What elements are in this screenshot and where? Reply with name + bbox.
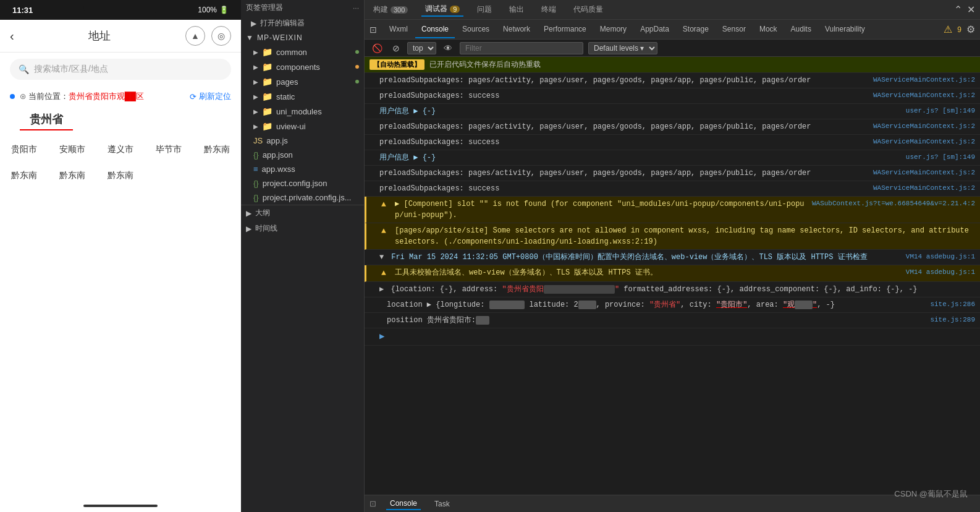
folder-uview-ui[interactable]: ▶ 📁 uview-ui (241, 119, 364, 134)
timeline-section[interactable]: ▶ 时间线 (241, 221, 364, 236)
back-button[interactable]: ‹ (10, 29, 14, 43)
battery-text: 100% (198, 6, 217, 14)
row-source[interactable]: WASubContext.js?t=we.66854649&v=2.21.4:2 (812, 198, 975, 209)
folder-label: uni_modules (276, 107, 322, 116)
tab-debugger-label: 调试器 (425, 4, 447, 14)
tab-appdata[interactable]: AppData (634, 21, 675, 38)
file-tree-panel: 页签管理器 ··· ▶ 打开的编辑器 ▼ MP-WEIXIN ▶ 📁 commo… (241, 0, 365, 512)
filter-regex-button[interactable]: ⊘ (390, 42, 402, 54)
row-source[interactable]: user.js? [sm]:149 (906, 152, 975, 163)
tab-wxml[interactable]: Wxml (383, 21, 414, 38)
city-item[interactable]: 毕节市 (145, 137, 193, 163)
row-source[interactable]: WAServiceMainContext.js:2 (873, 90, 975, 101)
tab-audits[interactable]: Audits (785, 21, 817, 38)
open-editor-item[interactable]: ▶ 打开的编辑器 (241, 15, 364, 31)
outline-label: 大纲 (255, 208, 270, 218)
city-item[interactable]: 黔东南 (96, 163, 145, 189)
tab-build-label: 构建 (373, 4, 388, 15)
refresh-label: 刷新定位 (199, 91, 231, 102)
tab-sensor[interactable]: Sensor (716, 21, 752, 38)
expand-arrow[interactable]: ▶ (379, 285, 384, 294)
folder-arrow: ▶ (253, 93, 258, 100)
folder-common[interactable]: ▶ 📁 common (241, 45, 364, 59)
folder-pages[interactable]: ▶ 📁 pages (241, 74, 364, 89)
location-icon[interactable]: ◎ (211, 26, 231, 46)
city-item[interactable]: 安顺市 (48, 137, 96, 163)
search-bar[interactable]: 🔍 搜索城市/区县/地点 (10, 59, 231, 80)
city-item[interactable]: 贵阳市 (0, 137, 48, 163)
row-source[interactable]: WAServiceMainContext.js:2 (873, 137, 975, 147)
tab-sources[interactable]: Sources (456, 21, 496, 38)
folder-label: uview-ui (276, 122, 306, 131)
bottom-panel-icon: ⊡ (370, 499, 376, 508)
tab-quality[interactable]: 代码质量 (570, 3, 607, 16)
close-icon[interactable]: ✕ (967, 4, 975, 15)
row-source[interactable]: WAServiceMainContext.js:2 (873, 168, 975, 178)
open-editor-section[interactable]: 页签管理器 ··· (241, 0, 364, 15)
context-select[interactable]: top (407, 42, 436, 54)
city-item[interactable]: 黔东南 (193, 137, 241, 163)
tab-build[interactable]: 构建 300 (370, 3, 412, 16)
eye-icon[interactable]: 👁 (441, 42, 455, 54)
tab-mock[interactable]: Mock (753, 21, 784, 38)
settings-icon[interactable]: ⚙ (966, 23, 975, 35)
row-source[interactable]: WAServiceMainContext.js:2 (873, 183, 975, 194)
tab-console[interactable]: Console (415, 21, 455, 38)
inspect-icon[interactable]: ⊡ (370, 25, 377, 35)
page-title: 地址 (22, 28, 178, 43)
open-editor-icon: ▶ (251, 19, 256, 28)
tab-vulnerability[interactable]: Vulnerability (819, 21, 871, 38)
warning-icon: ⚠ (944, 23, 952, 35)
city-item[interactable]: 遵义市 (96, 137, 145, 163)
tab-issues[interactable]: 问题 (473, 3, 496, 16)
row-content: preloadSubpackages: success (379, 183, 868, 194)
city-value: "贵阳市" (716, 301, 747, 309)
expand-arrow[interactable]: ▶ (379, 330, 384, 343)
file-app-json[interactable]: {} app.json (241, 148, 364, 162)
timeline-label: 时间线 (255, 223, 277, 234)
row-source[interactable]: site.js:289 (930, 315, 975, 325)
folder-icon: 📁 (262, 92, 272, 101)
file-project-config[interactable]: {} project.config.json (241, 176, 364, 190)
tab-storage[interactable]: Storage (677, 21, 715, 38)
folder-label: components (276, 62, 320, 72)
row-source[interactable]: WAServiceMainContext.js:2 (873, 75, 975, 85)
file-app-js[interactable]: JS app.js (241, 134, 364, 148)
folder-static[interactable]: ▶ 📁 static (241, 89, 364, 104)
file-project-private[interactable]: {} project.private.config.js... (241, 190, 364, 205)
tab-performance[interactable]: Performance (538, 21, 593, 38)
city-item[interactable]: 黔东南 (0, 163, 48, 189)
phone-header: ‹ 地址 ▲ ◎ (0, 20, 241, 53)
file-label: project.config.json (263, 179, 327, 188)
city-item[interactable]: 黔东南 (48, 163, 96, 189)
tab-terminal[interactable]: 终端 (538, 3, 560, 16)
file-app-wxss[interactable]: ≡ app.wxss (241, 162, 364, 176)
row-source[interactable]: WAServiceMainContext.js:2 (873, 121, 975, 132)
folder-uni_modules[interactable]: ▶ 📁 uni_modules (241, 104, 364, 119)
folder-components[interactable]: ▶ 📁 components (241, 59, 364, 74)
row-source[interactable]: VM14 asdebug.js:1 (906, 252, 975, 262)
tab-network[interactable]: Network (497, 21, 536, 38)
refresh-location-button[interactable]: ⟳ 刷新定位 (190, 91, 231, 102)
row-source[interactable]: VM14 asdebug.js:1 (906, 267, 975, 278)
expand-arrow[interactable]: ▼ (379, 252, 384, 263)
level-select[interactable]: Default levels ▾ (588, 42, 657, 54)
bottom-tab-console[interactable]: Console (386, 498, 421, 510)
folder-icon: 📁 (262, 77, 272, 87)
collapse-icon[interactable]: ⌃ (954, 4, 962, 15)
console-output[interactable]: 【自动热重载】 已开启代码文件保存后自动热重载 preloadSubpackag… (365, 57, 980, 495)
filter-input[interactable] (460, 42, 583, 54)
nav-icon[interactable]: ▲ (185, 26, 205, 46)
mp-weixin-root[interactable]: ▼ MP-WEIXIN (241, 31, 364, 45)
console-row-warn: ▲ ▶ [Component] slot "" is not found (fo… (365, 197, 980, 223)
clear-button[interactable]: 🚫 (370, 42, 385, 54)
file-label: project.private.config.js... (263, 193, 352, 202)
devtools-toolbar: 构建 300 调试器 9 问题 输出 终端 代码质量 ⌃ ✕ (365, 0, 980, 20)
bottom-tab-task[interactable]: Task (431, 498, 454, 510)
outline-section[interactable]: ▶ 大纲 (241, 205, 364, 221)
tab-output[interactable]: 输出 (505, 3, 528, 16)
row-source[interactable]: site.js:286 (930, 299, 975, 310)
tab-memory[interactable]: Memory (594, 21, 633, 38)
row-source[interactable]: user.js? [sm]:149 (906, 106, 975, 116)
tab-debugger[interactable]: 调试器 9 (421, 2, 463, 17)
